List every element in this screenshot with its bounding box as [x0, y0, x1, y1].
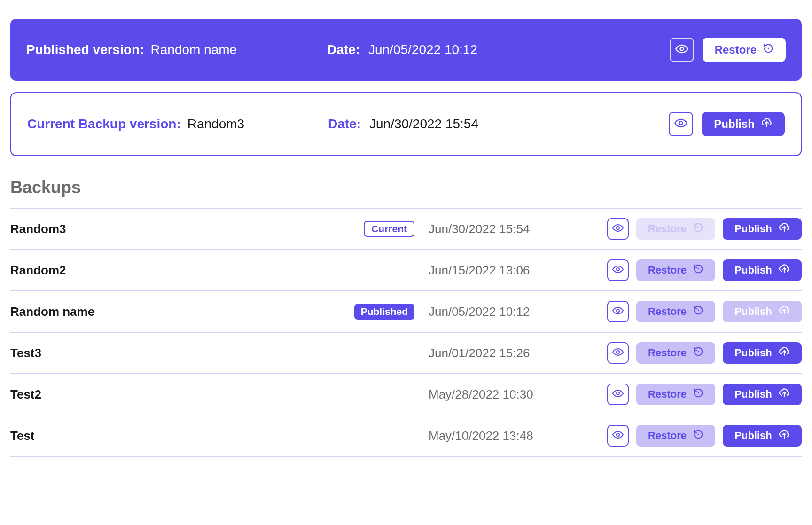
svg-point-1	[768, 48, 769, 49]
svg-point-13	[617, 351, 619, 353]
view-button[interactable]	[670, 38, 694, 62]
published-date: Jun/05/2022 10:12	[368, 42, 477, 57]
svg-point-19	[617, 433, 619, 436]
upload-icon	[761, 117, 773, 131]
current-backup-card: Current Backup version: Random3 Date: Ju…	[10, 92, 802, 156]
backup-date: Jun/30/2022 15:54	[414, 222, 607, 236]
restore-button[interactable]: Restore	[636, 301, 715, 322]
current-backup-name: Random3	[187, 117, 244, 132]
view-button[interactable]	[607, 218, 629, 240]
restore-icon	[693, 429, 703, 442]
badge-wrap: Published	[349, 304, 414, 320]
backup-name: Test3	[10, 346, 349, 360]
restore-label: Restore	[648, 430, 687, 442]
backup-row: Random3CurrentJun/30/2022 15:54RestorePu…	[10, 209, 802, 250]
upload-icon	[779, 263, 790, 277]
restore-icon	[763, 43, 773, 56]
row-actions: RestorePublish	[607, 218, 802, 240]
row-actions: RestorePublish	[607, 342, 802, 364]
published-version-banner: Published version: Random name Date: Jun…	[10, 19, 802, 81]
svg-point-10	[617, 309, 619, 312]
backup-date: May/28/2022 10:30	[414, 387, 607, 402]
publish-button[interactable]: Publish	[723, 425, 802, 447]
svg-point-14	[698, 351, 699, 353]
restore-icon	[693, 222, 703, 235]
backup-date: Jun/15/2022 13:06	[414, 263, 607, 278]
backup-row: Test3Jun/01/2022 15:26RestorePublish	[10, 333, 802, 374]
backup-name: Random3	[10, 222, 349, 236]
restore-icon	[693, 388, 703, 401]
row-actions: RestorePublish	[607, 384, 802, 405]
eye-icon	[612, 388, 624, 401]
svg-point-20	[698, 434, 699, 435]
restore-label: Restore	[648, 347, 687, 359]
eye-icon	[612, 429, 624, 442]
publish-label: Publish	[734, 430, 772, 442]
svg-point-5	[698, 227, 699, 228]
svg-point-2	[679, 122, 683, 125]
published-date-label: Date:	[327, 42, 360, 57]
eye-icon	[674, 117, 687, 132]
view-button[interactable]	[607, 301, 629, 322]
row-actions: RestorePublish	[607, 259, 802, 281]
backup-date: May/10/2022 13:48	[414, 429, 607, 443]
eye-icon	[612, 222, 624, 235]
restore-button[interactable]: Restore	[636, 384, 715, 405]
backup-row: Random2Jun/15/2022 13:06RestorePublish	[10, 250, 802, 291]
published-label: Published version:	[26, 42, 144, 57]
view-button[interactable]	[607, 425, 629, 447]
row-actions: RestorePublish	[607, 425, 802, 447]
restore-button[interactable]: Restore	[636, 259, 715, 281]
backup-row: Random namePublishedJun/05/2022 10:12Res…	[10, 291, 802, 333]
svg-point-0	[680, 47, 683, 51]
restore-label: Restore	[648, 264, 687, 276]
upload-icon	[779, 222, 790, 236]
published-badge: Published	[354, 304, 414, 320]
view-button[interactable]	[607, 342, 629, 364]
current-backup-label: Current Backup version:	[27, 117, 181, 132]
publish-label: Publish	[734, 347, 772, 359]
backup-name: Random name	[10, 305, 349, 319]
publish-label: Publish	[734, 264, 772, 276]
restore-label: Restore	[648, 223, 687, 235]
restore-icon	[693, 264, 703, 277]
restore-button[interactable]: Restore	[636, 342, 715, 364]
publish-label: Publish	[734, 306, 772, 318]
view-button[interactable]	[607, 384, 629, 405]
view-button[interactable]	[607, 259, 629, 281]
restore-button[interactable]: Restore	[636, 425, 715, 447]
publish-button[interactable]: Publish	[723, 342, 802, 364]
svg-point-8	[698, 268, 699, 270]
current-date-label: Date:	[328, 117, 361, 132]
publish-button: Publish	[723, 301, 802, 322]
backup-date: Jun/01/2022 15:26	[414, 346, 607, 360]
restore-button: Restore	[636, 218, 715, 240]
upload-icon	[779, 305, 790, 319]
publish-button[interactable]: Publish	[723, 259, 802, 281]
row-actions: RestorePublish	[607, 301, 802, 322]
backups-heading: Backups	[10, 178, 802, 197]
publish-label: Publish	[714, 118, 755, 131]
svg-point-16	[617, 392, 619, 395]
publish-button[interactable]: Publish	[723, 218, 802, 240]
publish-button[interactable]: Publish	[702, 112, 785, 136]
restore-label: Restore	[715, 43, 757, 56]
restore-button[interactable]: Restore	[703, 38, 786, 62]
published-name: Random name	[151, 42, 237, 57]
eye-icon	[612, 346, 624, 360]
eye-icon	[675, 42, 688, 57]
upload-icon	[779, 346, 790, 360]
svg-point-4	[617, 227, 619, 229]
backup-row: Test2May/28/2022 10:30RestorePublish	[10, 374, 802, 415]
backup-date: Jun/05/2022 10:12	[414, 305, 607, 319]
restore-icon	[693, 305, 703, 318]
svg-point-11	[698, 310, 699, 311]
badge-wrap: Current	[349, 221, 414, 237]
upload-icon	[779, 429, 790, 443]
restore-label: Restore	[648, 306, 687, 318]
svg-point-7	[617, 268, 619, 271]
restore-icon	[693, 346, 703, 360]
eye-icon	[612, 305, 624, 318]
view-button[interactable]	[669, 112, 693, 136]
publish-button[interactable]: Publish	[723, 384, 802, 405]
